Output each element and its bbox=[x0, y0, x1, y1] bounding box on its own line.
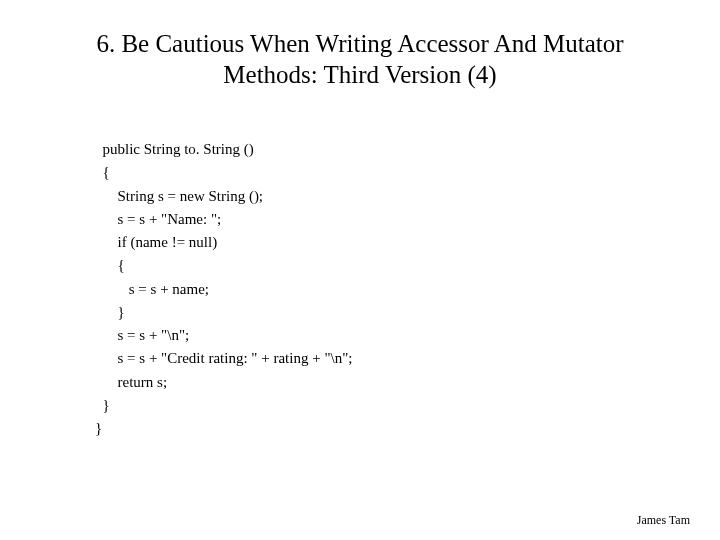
title-line-2: Methods: Third Version (4) bbox=[223, 61, 496, 88]
slide-title: 6. Be Cautious When Writing Accessor And… bbox=[0, 0, 720, 91]
footer-author: James Tam bbox=[637, 513, 690, 528]
code-listing: public String to. String () { String s =… bbox=[95, 138, 352, 440]
slide: 6. Be Cautious When Writing Accessor And… bbox=[0, 0, 720, 540]
title-line-1: 6. Be Cautious When Writing Accessor And… bbox=[96, 30, 623, 57]
